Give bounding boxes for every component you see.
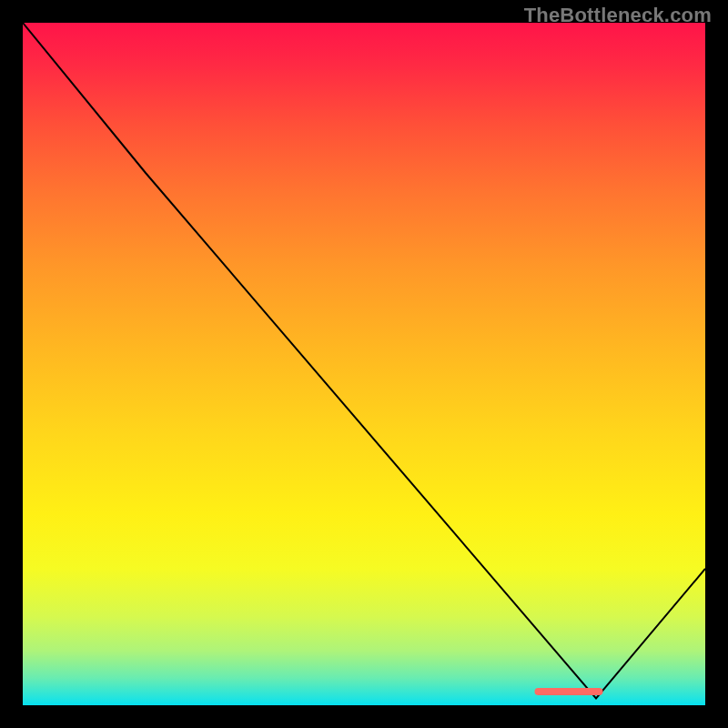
chart-minimum-marker <box>535 688 603 695</box>
chart-line-path <box>23 23 705 699</box>
chart-plot-area <box>23 23 705 705</box>
chart-line <box>23 23 705 705</box>
